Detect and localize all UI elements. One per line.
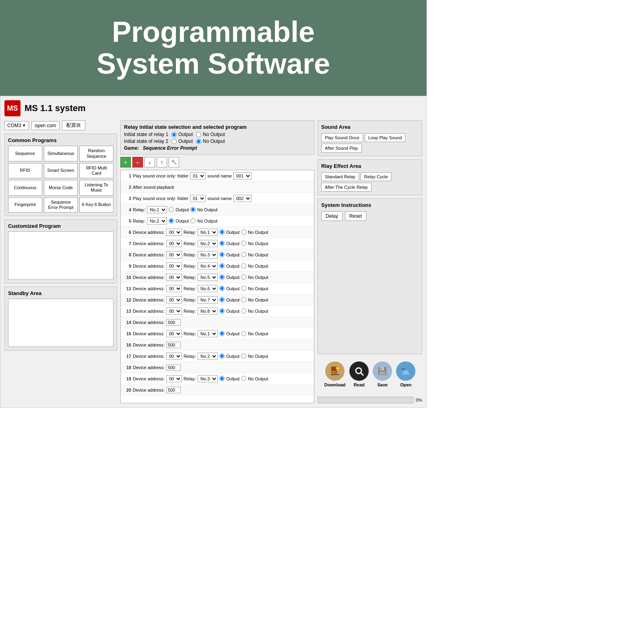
addr-input-20[interactable] xyxy=(166,387,181,393)
relay1-output-radio[interactable]: Output xyxy=(171,132,193,137)
standard-relay-button[interactable]: Standard Relay xyxy=(321,172,359,181)
delay-button[interactable]: Delay xyxy=(321,211,343,221)
prog-btn-fingerprint[interactable]: Fingerprint xyxy=(8,197,42,213)
addr-input-16[interactable] xyxy=(166,342,181,348)
prog-btn-morse-code[interactable]: Morse Code xyxy=(44,180,78,195)
addr-13[interactable]: 00 xyxy=(166,308,182,315)
title-bar: MS MS 1.1 system xyxy=(4,100,422,116)
relay-11[interactable]: No.6 xyxy=(198,285,218,292)
port-select[interactable]: COM3 ▼ xyxy=(4,121,29,130)
table-row: 3 Play sound once only: folder 01 sound … xyxy=(121,193,314,204)
move-up-button[interactable]: ↑ xyxy=(157,157,167,167)
addr-input-14[interactable] xyxy=(166,319,181,326)
addr-19[interactable]: 00 xyxy=(166,375,182,382)
download-action[interactable]: ⬇ Download xyxy=(324,361,346,387)
relay-effect-title: Rlay Effect Area xyxy=(321,163,419,169)
standby-area-box[interactable] xyxy=(8,299,114,347)
folder-select-3[interactable]: 01 xyxy=(190,195,206,202)
right-panel: Sound Area Play Sound Once Loop Play Sou… xyxy=(318,120,422,403)
add-row-button[interactable]: + xyxy=(120,157,131,167)
common-programs-grid: Sequence Simultaneous Random Sequence RF… xyxy=(8,146,114,213)
svg-rect-10 xyxy=(381,368,382,369)
table-row: 1 Play sound once only: folder 01 sound … xyxy=(121,170,314,182)
svg-rect-12 xyxy=(401,368,405,370)
relay-15[interactable]: No.1 xyxy=(198,330,218,337)
relay-select-4[interactable]: No.1 xyxy=(147,206,167,213)
open-icon xyxy=(396,361,415,381)
table-row: 6 Device address: 00 Relay: No.1 Output … xyxy=(121,227,314,238)
table-row: 18 Device address: xyxy=(121,362,314,373)
relay-19[interactable]: No.3 xyxy=(198,375,218,382)
table-row: 11 Device address: 00 Relay: No.6 Output… xyxy=(121,283,314,294)
save-action[interactable]: Save xyxy=(373,361,392,387)
addr-9[interactable]: 00 xyxy=(166,262,182,270)
left-panel: COM3 ▼ open com 配置块 Common Programs Sequ… xyxy=(4,120,117,403)
program-toolbar: + – ↓ ↑ 🔧 xyxy=(120,157,314,167)
relay-10[interactable]: No.5 xyxy=(198,274,218,281)
app-window: MS MS 1.1 system COM3 ▼ open com 配置块 Com… xyxy=(0,96,427,408)
save-icon xyxy=(373,361,392,381)
prog-btn-6key[interactable]: 6 Key 6 Button xyxy=(79,197,114,213)
prog-btn-sequence[interactable]: Sequence xyxy=(8,146,42,161)
prog-btn-continuous[interactable]: Continuous xyxy=(8,180,42,195)
table-row: 9 Device address: 00 Relay: No.4 Output … xyxy=(121,260,314,272)
relay-12[interactable]: No.7 xyxy=(198,296,218,303)
svg-rect-9 xyxy=(380,372,385,375)
relay-9[interactable]: No.4 xyxy=(198,262,218,270)
read-label: Read xyxy=(354,382,365,387)
relay-7[interactable]: No.2 xyxy=(198,240,218,247)
table-row: 15 Device address: 00 Relay: No.1 Output… xyxy=(121,328,314,339)
relay2-output-radio[interactable]: Output xyxy=(171,138,193,144)
loop-play-sound-button[interactable]: Loop Play Sound xyxy=(365,133,406,142)
prog-btn-simultaneous[interactable]: Simultaneous xyxy=(44,146,78,161)
prog-btn-seq-error[interactable]: Sequence Error Prompt xyxy=(44,197,78,213)
folder-select-1[interactable]: 01 xyxy=(190,172,206,180)
read-action[interactable]: Read xyxy=(349,361,369,387)
open-action[interactable]: Open xyxy=(396,361,415,387)
table-row: 10 Device address: 00 Relay: No.5 Output… xyxy=(121,272,314,283)
tool-button[interactable]: 🔧 xyxy=(169,157,179,167)
prog-btn-smart-screen[interactable]: Smart Screen xyxy=(44,163,78,178)
relay-6[interactable]: No.1 xyxy=(198,229,218,236)
addr-input-18[interactable] xyxy=(166,364,181,371)
prog-btn-rfid[interactable]: RFID xyxy=(8,163,42,178)
reset-button[interactable]: Reset xyxy=(345,211,366,221)
table-row: 13 Device address: 00 Relay: No.8 Output… xyxy=(121,305,314,317)
table-row: 17 Device address: 00 Relay: No.2 Output… xyxy=(121,351,314,362)
after-cycle-relay-button[interactable]: After The Cycle Relay xyxy=(321,183,372,192)
relay-13[interactable]: No.8 xyxy=(198,308,218,315)
sound-select-3[interactable]: 002 xyxy=(233,195,252,202)
after-sound-play-button[interactable]: After Sound Play xyxy=(321,144,362,153)
addr-17[interactable]: 00 xyxy=(166,353,182,360)
addr-10[interactable]: 00 xyxy=(166,274,182,281)
remove-row-button[interactable]: – xyxy=(132,157,143,167)
open-com-button[interactable]: open com xyxy=(31,121,60,130)
addr-15[interactable]: 00 xyxy=(166,330,182,337)
program-list[interactable]: 1 Play sound once only: folder 01 sound … xyxy=(120,170,314,403)
relay-select-5[interactable]: No.2 xyxy=(147,217,167,225)
prog-btn-random-sequence[interactable]: Random Sequence xyxy=(79,146,114,161)
prog-btn-listening[interactable]: Listening To Music xyxy=(79,180,114,195)
addr-8[interactable]: 00 xyxy=(166,251,182,258)
relay2-no-output-radio[interactable]: No Output xyxy=(196,138,225,144)
addr-12[interactable]: 00 xyxy=(166,296,182,303)
addr-11[interactable]: 00 xyxy=(166,285,182,292)
action-icons-group: ⬇ Download Read xyxy=(318,357,422,391)
progress-bar-row: 0% xyxy=(318,397,422,403)
port-bar: COM3 ▼ open com 配置块 xyxy=(4,120,117,130)
relay1-no-output-radio[interactable]: No Output xyxy=(196,132,225,137)
play-sound-once-button[interactable]: Play Sound Once xyxy=(321,133,363,142)
addr-7[interactable]: 00 xyxy=(166,240,182,247)
customized-program-area[interactable] xyxy=(8,231,114,280)
relay-8[interactable]: No.3 xyxy=(198,251,218,258)
sound-select-1[interactable]: 001 xyxy=(233,172,252,180)
table-row: 12 Device address: 00 Relay: No.7 Output… xyxy=(121,294,314,305)
prog-btn-rfid-multi[interactable]: RFID Multi Card xyxy=(79,163,114,178)
config-button[interactable]: 配置块 xyxy=(62,120,85,130)
move-down-button[interactable]: ↓ xyxy=(144,157,155,167)
hero-title: Programmable System Software xyxy=(8,16,419,80)
addr-6[interactable]: 00 xyxy=(166,229,182,236)
relay-17[interactable]: No.2 xyxy=(198,353,218,360)
game-row: Game: Sequence Error Prompt xyxy=(124,145,311,151)
relay-cycle-button[interactable]: Relay Cycle xyxy=(361,172,392,181)
